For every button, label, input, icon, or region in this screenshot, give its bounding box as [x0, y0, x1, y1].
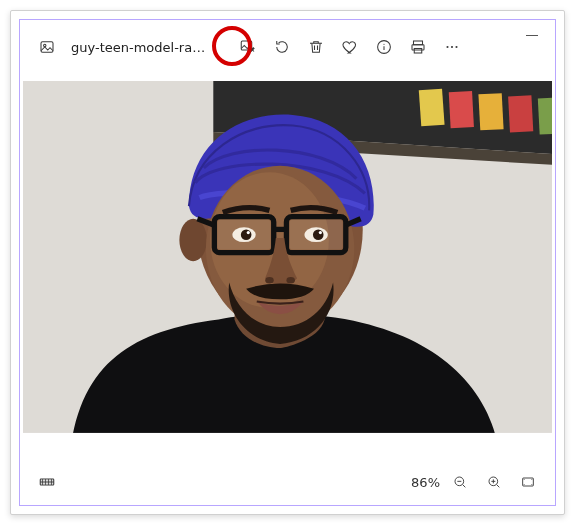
zoom-in-button[interactable]: [480, 468, 508, 496]
svg-rect-15: [449, 91, 474, 128]
fit-to-window-button[interactable]: [514, 468, 542, 496]
zoom-level: 86%: [411, 475, 440, 490]
svg-rect-7: [414, 49, 422, 54]
svg-rect-18: [538, 97, 552, 134]
svg-point-29: [247, 231, 250, 234]
favorite-button[interactable]: [336, 33, 364, 61]
minimize-button[interactable]: [526, 35, 538, 36]
svg-rect-2: [241, 41, 252, 50]
footer-bar: 86%: [11, 460, 564, 514]
svg-point-9: [451, 46, 453, 48]
print-button[interactable]: [404, 33, 432, 61]
photos-window: guy-teen-model-rando…: [10, 10, 565, 515]
zoom-out-button[interactable]: [446, 468, 474, 496]
svg-rect-35: [23, 433, 552, 452]
svg-rect-14: [419, 89, 445, 127]
svg-point-28: [241, 229, 252, 240]
file-title: guy-teen-model-rando…: [71, 40, 206, 55]
svg-point-10: [455, 46, 457, 48]
rotate-button[interactable]: [268, 33, 296, 61]
info-button[interactable]: [370, 33, 398, 61]
filmstrip-button[interactable]: [33, 468, 61, 496]
delete-button[interactable]: [302, 33, 330, 61]
svg-rect-5: [414, 41, 423, 45]
svg-point-20: [179, 219, 207, 261]
more-button[interactable]: [438, 33, 466, 61]
svg-point-4: [383, 44, 384, 45]
svg-rect-16: [478, 93, 503, 130]
toolbar: guy-teen-model-rando…: [11, 11, 564, 71]
svg-rect-17: [508, 95, 533, 132]
svg-rect-0: [41, 42, 53, 53]
photos-app-icon[interactable]: [33, 33, 61, 61]
image-canvas[interactable]: [23, 81, 552, 452]
svg-point-8: [446, 46, 448, 48]
edit-image-button[interactable]: [234, 33, 262, 61]
svg-point-31: [313, 229, 324, 240]
svg-point-32: [319, 231, 322, 234]
svg-point-34: [286, 277, 294, 283]
svg-point-33: [265, 277, 273, 283]
photo-content: [23, 81, 552, 452]
